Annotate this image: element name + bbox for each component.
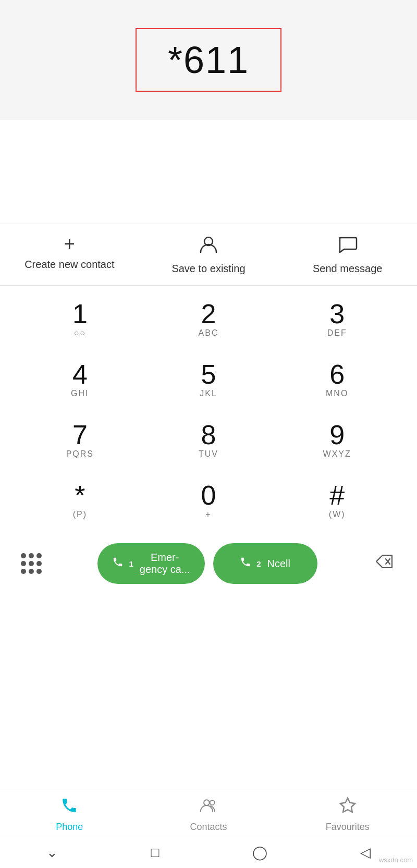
- dial-num-2: 2: [201, 300, 216, 327]
- phone-display: *611: [0, 0, 417, 120]
- plus-icon: +: [64, 235, 75, 253]
- square-icon[interactable]: □: [151, 845, 159, 861]
- call-buttons: 1 Emer-gency ca... 2 Ncell: [47, 543, 368, 584]
- dots-grid: [21, 553, 42, 574]
- phone-nav-icon: [60, 797, 78, 818]
- phone-icon-sim2: [240, 556, 251, 571]
- send-message-button[interactable]: Send message: [278, 235, 417, 275]
- circle-icon[interactable]: ◯: [252, 845, 267, 861]
- sim1-badge: 1: [129, 559, 133, 568]
- dial-num-7: 7: [72, 421, 88, 448]
- dialpad-row-2: 4 GHI 5 JKL 6 MNO: [16, 351, 401, 407]
- phone-icon-sim1: [112, 556, 124, 571]
- dial-letters-6: MNO: [326, 389, 348, 398]
- contacts-nav-label: Contacts: [190, 822, 227, 833]
- call-sim2-button[interactable]: 2 Ncell: [213, 543, 317, 584]
- svg-point-3: [204, 800, 210, 805]
- dial-key-star[interactable]: * (P): [16, 472, 144, 528]
- dial-key-1[interactable]: 1 ○○: [16, 291, 144, 346]
- dial-key-5[interactable]: 5 JKL: [144, 351, 273, 407]
- action-bar: + Create new contact Save to existing Se…: [0, 224, 417, 286]
- dialpad-row-4: * (P) 0 + # (W): [16, 472, 401, 528]
- dial-letters-1: ○○: [74, 328, 86, 338]
- grid-dots-button[interactable]: [16, 548, 47, 579]
- person-icon: [199, 235, 218, 258]
- svg-marker-5: [340, 798, 355, 812]
- dial-letters-3: DEF: [327, 328, 347, 338]
- dial-num-6: 6: [329, 361, 345, 388]
- dial-key-hash[interactable]: # (W): [273, 472, 401, 528]
- dial-key-4[interactable]: 4 GHI: [16, 351, 144, 407]
- dial-letters-7: PQRS: [66, 449, 94, 459]
- dialpad: 1 ○○ 2 ABC 3 DEF 4 GHI 5 JKL 6 MNO 7 PQR…: [0, 286, 417, 538]
- nav-item-contacts[interactable]: Contacts: [139, 797, 278, 833]
- sim2-badge: 2: [256, 559, 261, 568]
- call-sim1-button[interactable]: 1 Emer-gency ca...: [97, 543, 204, 584]
- dial-num-star: *: [75, 482, 85, 509]
- phone-number[interactable]: *611: [136, 28, 281, 92]
- nav-item-phone[interactable]: Phone: [0, 797, 139, 833]
- dot: [29, 569, 34, 574]
- chevron-down-icon[interactable]: ⌄: [46, 845, 58, 861]
- create-contact-label: Create new contact: [24, 259, 114, 271]
- dial-letters-hash: (W): [329, 510, 346, 519]
- save-existing-label: Save to existing: [171, 263, 245, 275]
- bottom-action-row: 1 Emer-gency ca... 2 Ncell: [0, 538, 417, 589]
- dial-letters-9: WXYZ: [323, 449, 351, 459]
- dial-num-3: 3: [329, 300, 345, 327]
- dot: [29, 561, 34, 566]
- call-sim1-label: Emer-gency ca...: [140, 552, 190, 576]
- dial-num-5: 5: [201, 361, 216, 388]
- chat-icon: [338, 235, 358, 258]
- dial-letters-2: ABC: [199, 328, 219, 338]
- dial-letters-4: GHI: [71, 389, 89, 398]
- backspace-button[interactable]: [368, 547, 401, 580]
- system-nav-bar: ⌄ □ ◯ ◁: [0, 837, 417, 868]
- favourites-nav-icon: [339, 797, 357, 818]
- svg-point-4: [210, 800, 215, 805]
- dial-key-9[interactable]: 9 WXYZ: [273, 412, 401, 467]
- create-new-contact-button[interactable]: + Create new contact: [0, 235, 139, 275]
- dot: [21, 561, 26, 566]
- dot: [29, 553, 34, 558]
- save-to-existing-button[interactable]: Save to existing: [139, 235, 278, 275]
- dial-key-0[interactable]: 0 +: [144, 472, 273, 528]
- send-message-label: Send message: [313, 263, 382, 275]
- dot: [21, 569, 26, 574]
- dial-key-6[interactable]: 6 MNO: [273, 351, 401, 407]
- contacts-nav-icon: [200, 797, 217, 818]
- dial-letters-0: +: [205, 510, 211, 519]
- dial-num-1: 1: [72, 300, 88, 327]
- phone-nav-label: Phone: [56, 822, 83, 833]
- bottom-nav: Phone Contacts Favourites: [0, 789, 417, 837]
- dial-letters-5: JKL: [200, 389, 217, 398]
- watermark: wsxdn.com: [379, 856, 413, 864]
- dial-key-2[interactable]: 2 ABC: [144, 291, 273, 346]
- dial-letters-8: TUV: [199, 449, 218, 459]
- dot: [21, 553, 26, 558]
- call-sim2-label: Ncell: [267, 558, 290, 570]
- backspace-icon: [375, 552, 394, 575]
- spacer-area: [0, 120, 417, 224]
- dial-num-0: 0: [201, 482, 216, 509]
- dial-num-4: 4: [72, 361, 88, 388]
- dial-key-3[interactable]: 3 DEF: [273, 291, 401, 346]
- dial-num-8: 8: [201, 421, 216, 448]
- dot: [36, 553, 42, 558]
- nav-item-favourites[interactable]: Favourites: [278, 797, 417, 833]
- dot: [36, 569, 42, 574]
- dial-letters-star: (P): [73, 510, 87, 519]
- dial-num-9: 9: [329, 421, 345, 448]
- dialpad-row-3: 7 PQRS 8 TUV 9 WXYZ: [16, 412, 401, 467]
- back-icon[interactable]: ◁: [360, 845, 371, 861]
- dialpad-row-1: 1 ○○ 2 ABC 3 DEF: [16, 291, 401, 346]
- favourites-nav-label: Favourites: [326, 822, 370, 833]
- dial-num-hash: #: [329, 482, 345, 509]
- dial-key-8[interactable]: 8 TUV: [144, 412, 273, 467]
- dot: [36, 561, 42, 566]
- dial-key-7[interactable]: 7 PQRS: [16, 412, 144, 467]
